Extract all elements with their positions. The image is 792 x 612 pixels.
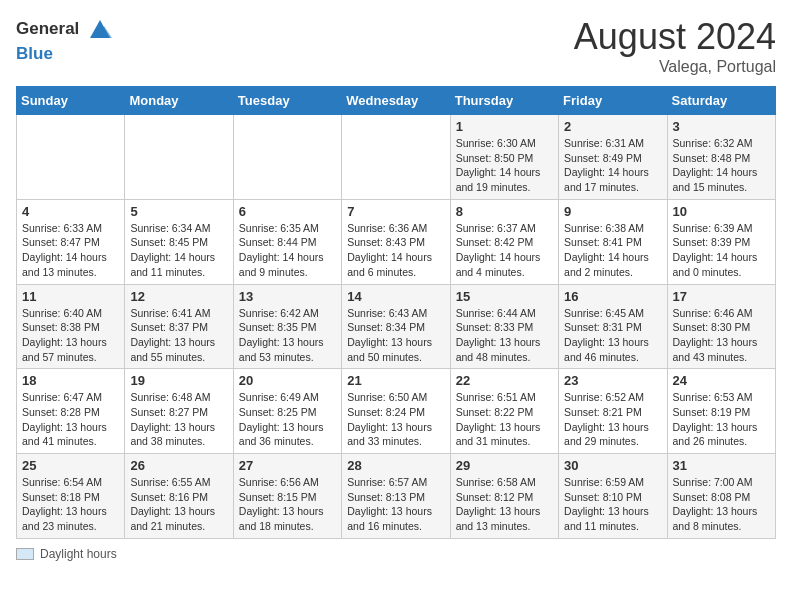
day-info: Sunrise: 6:48 AM Sunset: 8:27 PM Dayligh… bbox=[130, 391, 215, 447]
day-number: 10 bbox=[673, 204, 770, 219]
day-number: 17 bbox=[673, 289, 770, 304]
day-number: 14 bbox=[347, 289, 444, 304]
calendar-cell: 25Sunrise: 6:54 AM Sunset: 8:18 PM Dayli… bbox=[17, 454, 125, 539]
day-number: 24 bbox=[673, 373, 770, 388]
day-info: Sunrise: 6:35 AM Sunset: 8:44 PM Dayligh… bbox=[239, 222, 324, 278]
calendar-cell: 8Sunrise: 6:37 AM Sunset: 8:42 PM Daylig… bbox=[450, 199, 558, 284]
location: Valega, Portugal bbox=[574, 58, 776, 76]
calendar-cell bbox=[342, 115, 450, 200]
day-number: 29 bbox=[456, 458, 553, 473]
legend-label: Daylight hours bbox=[40, 547, 117, 561]
day-info: Sunrise: 6:42 AM Sunset: 8:35 PM Dayligh… bbox=[239, 307, 324, 363]
calendar-cell: 2Sunrise: 6:31 AM Sunset: 8:49 PM Daylig… bbox=[559, 115, 667, 200]
day-info: Sunrise: 6:56 AM Sunset: 8:15 PM Dayligh… bbox=[239, 476, 324, 532]
day-number: 20 bbox=[239, 373, 336, 388]
calendar-cell: 7Sunrise: 6:36 AM Sunset: 8:43 PM Daylig… bbox=[342, 199, 450, 284]
header-wednesday: Wednesday bbox=[342, 87, 450, 115]
calendar-cell: 15Sunrise: 6:44 AM Sunset: 8:33 PM Dayli… bbox=[450, 284, 558, 369]
calendar-cell: 17Sunrise: 6:46 AM Sunset: 8:30 PM Dayli… bbox=[667, 284, 775, 369]
calendar-cell: 23Sunrise: 6:52 AM Sunset: 8:21 PM Dayli… bbox=[559, 369, 667, 454]
header-tuesday: Tuesday bbox=[233, 87, 341, 115]
day-info: Sunrise: 6:54 AM Sunset: 8:18 PM Dayligh… bbox=[22, 476, 107, 532]
day-info: Sunrise: 6:50 AM Sunset: 8:24 PM Dayligh… bbox=[347, 391, 432, 447]
logo: General Blue bbox=[16, 16, 114, 64]
calendar-cell: 6Sunrise: 6:35 AM Sunset: 8:44 PM Daylig… bbox=[233, 199, 341, 284]
calendar-cell: 26Sunrise: 6:55 AM Sunset: 8:16 PM Dayli… bbox=[125, 454, 233, 539]
calendar-table: SundayMondayTuesdayWednesdayThursdayFrid… bbox=[16, 86, 776, 539]
day-number: 9 bbox=[564, 204, 661, 219]
day-info: Sunrise: 6:59 AM Sunset: 8:10 PM Dayligh… bbox=[564, 476, 649, 532]
day-number: 22 bbox=[456, 373, 553, 388]
calendar-week-1: 1Sunrise: 6:30 AM Sunset: 8:50 PM Daylig… bbox=[17, 115, 776, 200]
calendar-cell: 1Sunrise: 6:30 AM Sunset: 8:50 PM Daylig… bbox=[450, 115, 558, 200]
day-number: 3 bbox=[673, 119, 770, 134]
header-monday: Monday bbox=[125, 87, 233, 115]
logo-icon bbox=[86, 16, 114, 44]
calendar-cell: 9Sunrise: 6:38 AM Sunset: 8:41 PM Daylig… bbox=[559, 199, 667, 284]
day-info: Sunrise: 6:45 AM Sunset: 8:31 PM Dayligh… bbox=[564, 307, 649, 363]
day-info: Sunrise: 6:49 AM Sunset: 8:25 PM Dayligh… bbox=[239, 391, 324, 447]
day-number: 27 bbox=[239, 458, 336, 473]
day-info: Sunrise: 6:30 AM Sunset: 8:50 PM Dayligh… bbox=[456, 137, 541, 193]
logo-general: General bbox=[16, 19, 79, 38]
calendar-week-3: 11Sunrise: 6:40 AM Sunset: 8:38 PM Dayli… bbox=[17, 284, 776, 369]
day-number: 2 bbox=[564, 119, 661, 134]
day-info: Sunrise: 6:40 AM Sunset: 8:38 PM Dayligh… bbox=[22, 307, 107, 363]
calendar-cell: 22Sunrise: 6:51 AM Sunset: 8:22 PM Dayli… bbox=[450, 369, 558, 454]
day-info: Sunrise: 6:41 AM Sunset: 8:37 PM Dayligh… bbox=[130, 307, 215, 363]
day-info: Sunrise: 6:57 AM Sunset: 8:13 PM Dayligh… bbox=[347, 476, 432, 532]
day-info: Sunrise: 6:55 AM Sunset: 8:16 PM Dayligh… bbox=[130, 476, 215, 532]
calendar-cell bbox=[125, 115, 233, 200]
page-header: General Blue August 2024 Valega, Portuga… bbox=[16, 16, 776, 76]
day-info: Sunrise: 6:37 AM Sunset: 8:42 PM Dayligh… bbox=[456, 222, 541, 278]
calendar-cell: 27Sunrise: 6:56 AM Sunset: 8:15 PM Dayli… bbox=[233, 454, 341, 539]
day-info: Sunrise: 6:53 AM Sunset: 8:19 PM Dayligh… bbox=[673, 391, 758, 447]
calendar-cell: 24Sunrise: 6:53 AM Sunset: 8:19 PM Dayli… bbox=[667, 369, 775, 454]
day-info: Sunrise: 6:43 AM Sunset: 8:34 PM Dayligh… bbox=[347, 307, 432, 363]
calendar-cell bbox=[17, 115, 125, 200]
day-info: Sunrise: 6:31 AM Sunset: 8:49 PM Dayligh… bbox=[564, 137, 649, 193]
calendar-cell: 5Sunrise: 6:34 AM Sunset: 8:45 PM Daylig… bbox=[125, 199, 233, 284]
day-number: 8 bbox=[456, 204, 553, 219]
day-info: Sunrise: 7:00 AM Sunset: 8:08 PM Dayligh… bbox=[673, 476, 758, 532]
day-info: Sunrise: 6:39 AM Sunset: 8:39 PM Dayligh… bbox=[673, 222, 758, 278]
day-info: Sunrise: 6:58 AM Sunset: 8:12 PM Dayligh… bbox=[456, 476, 541, 532]
day-number: 18 bbox=[22, 373, 119, 388]
day-number: 25 bbox=[22, 458, 119, 473]
calendar-week-4: 18Sunrise: 6:47 AM Sunset: 8:28 PM Dayli… bbox=[17, 369, 776, 454]
day-info: Sunrise: 6:51 AM Sunset: 8:22 PM Dayligh… bbox=[456, 391, 541, 447]
header-thursday: Thursday bbox=[450, 87, 558, 115]
day-info: Sunrise: 6:47 AM Sunset: 8:28 PM Dayligh… bbox=[22, 391, 107, 447]
calendar-cell: 20Sunrise: 6:49 AM Sunset: 8:25 PM Dayli… bbox=[233, 369, 341, 454]
day-number: 15 bbox=[456, 289, 553, 304]
legend-box bbox=[16, 548, 34, 560]
calendar-cell: 30Sunrise: 6:59 AM Sunset: 8:10 PM Dayli… bbox=[559, 454, 667, 539]
day-info: Sunrise: 6:33 AM Sunset: 8:47 PM Dayligh… bbox=[22, 222, 107, 278]
calendar-cell: 11Sunrise: 6:40 AM Sunset: 8:38 PM Dayli… bbox=[17, 284, 125, 369]
day-number: 7 bbox=[347, 204, 444, 219]
title-block: August 2024 Valega, Portugal bbox=[574, 16, 776, 76]
day-number: 31 bbox=[673, 458, 770, 473]
day-info: Sunrise: 6:36 AM Sunset: 8:43 PM Dayligh… bbox=[347, 222, 432, 278]
day-info: Sunrise: 6:46 AM Sunset: 8:30 PM Dayligh… bbox=[673, 307, 758, 363]
day-info: Sunrise: 6:32 AM Sunset: 8:48 PM Dayligh… bbox=[673, 137, 758, 193]
calendar-cell: 4Sunrise: 6:33 AM Sunset: 8:47 PM Daylig… bbox=[17, 199, 125, 284]
header-sunday: Sunday bbox=[17, 87, 125, 115]
calendar-cell: 28Sunrise: 6:57 AM Sunset: 8:13 PM Dayli… bbox=[342, 454, 450, 539]
month-title: August 2024 bbox=[574, 16, 776, 58]
day-number: 6 bbox=[239, 204, 336, 219]
day-number: 5 bbox=[130, 204, 227, 219]
day-info: Sunrise: 6:34 AM Sunset: 8:45 PM Dayligh… bbox=[130, 222, 215, 278]
day-number: 12 bbox=[130, 289, 227, 304]
calendar-cell: 13Sunrise: 6:42 AM Sunset: 8:35 PM Dayli… bbox=[233, 284, 341, 369]
day-info: Sunrise: 6:38 AM Sunset: 8:41 PM Dayligh… bbox=[564, 222, 649, 278]
calendar-header-row: SundayMondayTuesdayWednesdayThursdayFrid… bbox=[17, 87, 776, 115]
header-friday: Friday bbox=[559, 87, 667, 115]
day-number: 30 bbox=[564, 458, 661, 473]
calendar-cell bbox=[233, 115, 341, 200]
day-number: 4 bbox=[22, 204, 119, 219]
calendar-week-2: 4Sunrise: 6:33 AM Sunset: 8:47 PM Daylig… bbox=[17, 199, 776, 284]
day-number: 1 bbox=[456, 119, 553, 134]
calendar-cell: 12Sunrise: 6:41 AM Sunset: 8:37 PM Dayli… bbox=[125, 284, 233, 369]
calendar-cell: 3Sunrise: 6:32 AM Sunset: 8:48 PM Daylig… bbox=[667, 115, 775, 200]
